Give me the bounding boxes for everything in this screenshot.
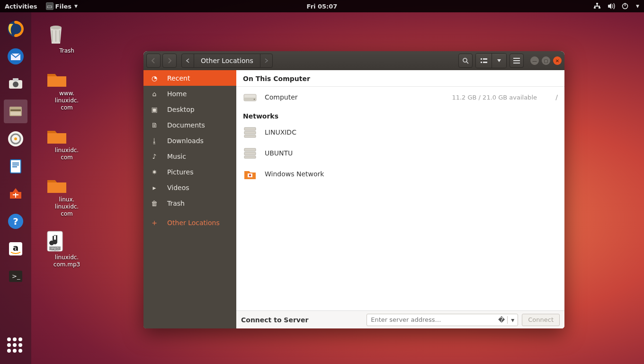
desktop-icon-folder-www[interactable]: www. linuxidc. com xyxy=(45,69,88,111)
svg-text:>_: >_ xyxy=(12,273,20,280)
dock-firefox[interactable] xyxy=(4,17,27,41)
row-label: Computer xyxy=(265,93,298,101)
row-computer[interactable]: Computer 11.2 GB / 21.0 GB available / xyxy=(236,87,564,108)
svg-rect-47 xyxy=(244,131,256,134)
plus-icon: + xyxy=(150,219,159,227)
app-menu[interactable]: ▭ Files ▼ xyxy=(46,2,78,10)
help-icon[interactable]: � xyxy=(496,316,507,324)
disk-usage: 11.2 GB / 21.0 GB available xyxy=(452,94,537,101)
activities-button[interactable]: Activities xyxy=(5,3,37,10)
section-heading-computer: On This Computer xyxy=(236,70,564,87)
desktop-icon-mp3[interactable]: mp3 linuxidc. com.mp3 xyxy=(45,230,88,268)
camera-icon: ✷ xyxy=(150,168,159,176)
svg-rect-16 xyxy=(10,112,21,115)
app-menu-label: Files xyxy=(55,3,72,10)
desktop-icon-trash[interactable]: Trash xyxy=(45,22,88,55)
desktop-icon-label: linux. linuxidc. com xyxy=(45,196,88,218)
minimize-button[interactable]: — xyxy=(530,56,539,65)
path-segment[interactable]: Other Locations xyxy=(194,54,260,67)
desktop: Trash www. linuxidc. com linuxidc. com l… xyxy=(31,12,644,364)
files-window: Other Locations — ▢ ✕ ◔Recent xyxy=(143,51,564,328)
volume-icon[interactable] xyxy=(608,3,615,9)
power-icon[interactable] xyxy=(622,3,628,9)
forward-button[interactable] xyxy=(162,54,177,68)
path-forward-segment[interactable] xyxy=(260,54,272,67)
sidebar-item-music[interactable]: ♪Music xyxy=(143,148,236,164)
harddrive-icon xyxy=(243,90,257,104)
sidebar-item-other-locations[interactable]: +Other Locations xyxy=(143,215,236,230)
show-applications-button[interactable] xyxy=(7,337,24,355)
desktop-icon-label: linuxidc. com xyxy=(45,147,88,161)
sidebar-item-label: Music xyxy=(167,153,186,160)
hamburger-menu-button[interactable] xyxy=(510,54,524,68)
svg-rect-42 xyxy=(513,63,520,64)
row-network[interactable]: Windows Network xyxy=(236,164,564,184)
sidebar-item-label: Recent xyxy=(167,74,190,82)
row-network[interactable]: UBUNTU xyxy=(236,143,564,164)
svg-rect-50 xyxy=(244,152,256,155)
svg-point-19 xyxy=(14,137,17,140)
sidebar-item-home[interactable]: ⌂Home xyxy=(143,86,236,101)
search-button[interactable] xyxy=(458,54,473,68)
trash-icon: 🗑 xyxy=(150,200,159,207)
dock-amazon[interactable]: a xyxy=(4,237,27,261)
sidebar-item-desktop[interactable]: ▣Desktop xyxy=(143,101,236,117)
dock-writer[interactable] xyxy=(4,155,27,178)
row-network[interactable]: LINUXIDC xyxy=(236,122,564,143)
address-dropdown-button[interactable]: ▾ xyxy=(507,316,518,324)
files-icon: ▭ xyxy=(46,2,54,10)
sidebar-item-pictures[interactable]: ✷Pictures xyxy=(143,164,236,180)
home-icon: ⌂ xyxy=(150,90,159,98)
sidebar-item-documents[interactable]: 🗎Documents xyxy=(143,117,236,133)
clock-icon: ◔ xyxy=(150,74,159,82)
sidebar: ◔Recent ⌂Home ▣Desktop 🗎Documents ⭳Downl… xyxy=(143,70,236,328)
svg-rect-36 xyxy=(481,58,482,60)
maximize-button[interactable]: ▢ xyxy=(542,56,550,65)
svg-rect-51 xyxy=(244,156,256,158)
svg-rect-38 xyxy=(483,58,487,60)
desktop-icon-folder-linux[interactable]: linux. linuxidc. com xyxy=(45,175,88,218)
svg-rect-0 xyxy=(596,3,598,4)
dock-software[interactable] xyxy=(4,182,27,206)
svg-point-35 xyxy=(463,58,467,62)
dock-rhythmbox[interactable] xyxy=(4,127,27,151)
server-address-input[interactable] xyxy=(367,316,496,323)
close-button[interactable]: ✕ xyxy=(553,56,562,65)
svg-rect-6 xyxy=(599,6,600,8)
svg-rect-23 xyxy=(12,164,19,165)
dock-help[interactable]: ? xyxy=(4,209,27,233)
dock-thunderbird[interactable] xyxy=(4,45,27,68)
svg-rect-13 xyxy=(13,78,18,81)
path-bar: Other Locations xyxy=(181,54,273,68)
svg-rect-5 xyxy=(594,6,595,8)
sidebar-item-label: Videos xyxy=(167,184,189,191)
network-icon[interactable] xyxy=(593,3,601,9)
dock-shotwell[interactable] xyxy=(4,72,27,96)
svg-rect-8 xyxy=(625,3,626,6)
document-icon: 🗎 xyxy=(150,121,159,129)
view-list-button[interactable] xyxy=(476,54,492,68)
main-view: On This Computer Computer 11.2 GB / 21.0… xyxy=(236,70,564,328)
footer-label: Connect to Server xyxy=(241,316,308,324)
sidebar-item-label: Pictures xyxy=(167,168,193,176)
path-back-segment[interactable] xyxy=(182,54,194,67)
section-heading-networks: Networks xyxy=(236,108,564,122)
back-button[interactable] xyxy=(146,54,161,68)
desktop-icon: ▣ xyxy=(150,106,159,113)
connect-button[interactable]: Connect xyxy=(522,314,560,326)
chevron-down-icon[interactable]: ▼ xyxy=(636,4,639,9)
sidebar-item-videos[interactable]: ▸Videos xyxy=(143,180,236,195)
sidebar-item-recent[interactable]: ◔Recent xyxy=(143,70,236,86)
sidebar-item-label: Downloads xyxy=(167,137,204,145)
sidebar-item-trash[interactable]: 🗑Trash xyxy=(143,195,236,211)
clock[interactable]: Fri 05:07 xyxy=(307,3,338,10)
svg-rect-40 xyxy=(513,58,520,59)
dock-files[interactable] xyxy=(4,100,27,123)
sidebar-item-downloads[interactable]: ⭳Downloads xyxy=(143,133,236,148)
sidebar-item-label: Home xyxy=(167,90,187,98)
view-dropdown-button[interactable] xyxy=(492,54,506,68)
svg-rect-24 xyxy=(12,166,17,167)
desktop-icon-label: www. linuxidc. com xyxy=(45,90,88,111)
desktop-icon-folder-linuxidc[interactable]: linuxidc. com xyxy=(45,126,88,161)
dock-terminal[interactable]: >_ xyxy=(4,264,27,288)
